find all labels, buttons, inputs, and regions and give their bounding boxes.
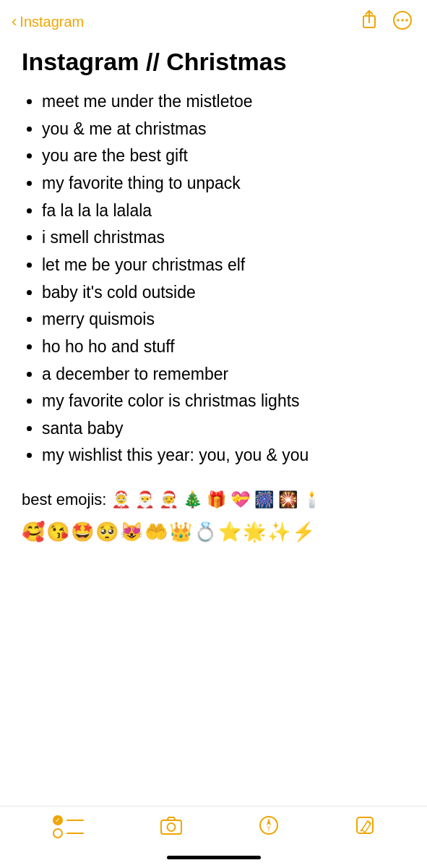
- camera-button[interactable]: [160, 815, 183, 838]
- emojis-section: best emojis: 🤶 🎅 🧑‍🎄 🎄 🎁 💝 🎆 🎇 🕯️ 🥰 😘 🤩 …: [22, 486, 405, 548]
- svg-marker-9: [267, 818, 271, 825]
- edit-button[interactable]: [355, 815, 375, 838]
- list-item: i smell christmas: [42, 225, 405, 251]
- list-item: baby it's cold outside: [42, 280, 405, 306]
- list-item: let me be your christmas elf: [42, 252, 405, 278]
- back-label[interactable]: Instagram: [20, 14, 84, 30]
- share-button[interactable]: [361, 10, 378, 33]
- main-content: Instagram // Christmas meet me under the…: [0, 41, 427, 806]
- list-item: my favorite thing to unpack: [42, 171, 405, 197]
- list-item: my favorite color is christmas lights: [42, 388, 405, 414]
- more-button[interactable]: [392, 10, 413, 33]
- circle-icon: [53, 828, 63, 838]
- svg-marker-10: [267, 825, 271, 833]
- list-item: my wishlist this year: you, you & you: [42, 443, 405, 469]
- bottom-toolbar: ✓: [0, 806, 427, 850]
- list-item: merry quismois: [42, 307, 405, 333]
- svg-rect-6: [161, 820, 181, 834]
- home-bar: [167, 856, 261, 859]
- svg-point-3: [397, 19, 400, 22]
- emojis-label: best emojis:: [22, 490, 106, 509]
- home-indicator: [0, 850, 427, 868]
- list-item: a december to remember: [42, 362, 405, 388]
- compass-button[interactable]: [259, 815, 279, 838]
- list-item: fa la la la lalala: [42, 198, 405, 224]
- list-item: you & me at christmas: [42, 116, 405, 142]
- checklist-button[interactable]: ✓: [53, 815, 84, 838]
- page-title: Instagram // Christmas: [22, 48, 405, 76]
- check-icon: ✓: [53, 815, 63, 825]
- top-bar: ‹ Instagram: [0, 0, 427, 41]
- svg-point-4: [401, 19, 404, 22]
- top-bar-actions: [361, 10, 413, 33]
- list-item: santa baby: [42, 416, 405, 442]
- svg-line-13: [361, 830, 362, 831]
- back-chevron-icon: ‹: [12, 14, 17, 30]
- list-item: meet me under the mistletoe: [42, 89, 405, 115]
- list-item: ho ho ho and stuff: [42, 334, 405, 360]
- svg-point-5: [405, 19, 408, 22]
- emoji-row1: 🤶 🎅 🧑‍🎄 🎄 🎁 💝 🎆 🎇 🕯️: [111, 490, 322, 509]
- back-button[interactable]: ‹ Instagram: [12, 14, 84, 30]
- list-item: you are the best gift: [42, 143, 405, 169]
- items-list: meet me under the mistletoeyou & me at c…: [22, 89, 405, 469]
- emoji-row2: 🥰 😘 🤩 🥺 😻 🤲 👑 💍 ⭐ 🌟 ✨ ⚡: [22, 516, 405, 548]
- svg-point-7: [167, 823, 175, 831]
